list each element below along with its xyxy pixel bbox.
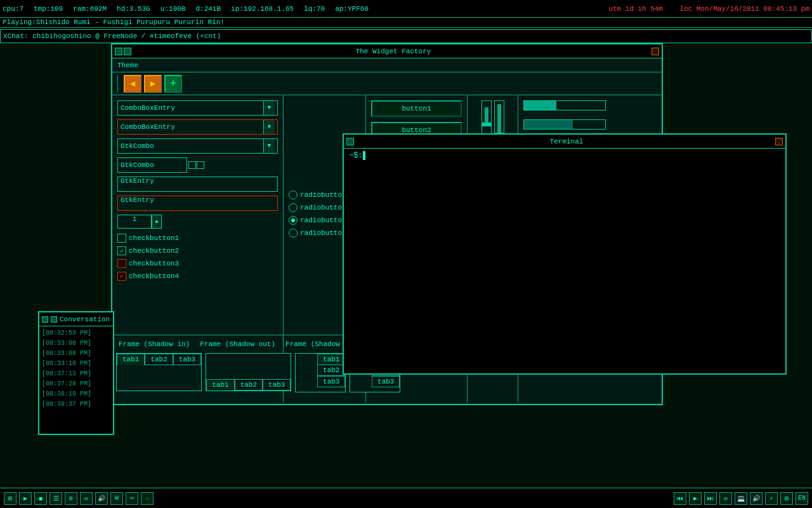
checkbox-1-box[interactable] — [117, 234, 126, 243]
tab-group-3-content — [296, 354, 317, 392]
checkbox-2-box[interactable]: ✓ — [117, 246, 126, 255]
taskbar-icon-9[interactable]: ⌨ — [126, 492, 138, 505]
tab3-header-2[interactable]: tab2 — [317, 364, 345, 376]
checkboxes-group: checkbutton1 ✓ checkbutton2 checkbutton3… — [117, 232, 278, 282]
terminal-controls — [346, 138, 354, 145]
checkbox-3-box[interactable] — [117, 259, 126, 268]
checkbox-4-box[interactable]: ✓ — [117, 272, 126, 281]
gtk-combo-2[interactable]: GtkCombo — [117, 157, 187, 173]
conv-line-2: [08:33:06 PM] — [42, 338, 110, 348]
window-maximize-btn[interactable] — [124, 48, 131, 55]
conv-wctrl-1[interactable] — [42, 316, 48, 323]
combo-box-entry-1[interactable]: ComboBoxEntry ▼ — [117, 100, 278, 116]
taskbar-icon-10[interactable]: ☆ — [141, 492, 154, 505]
combo-arrow-1[interactable]: ▼ — [263, 101, 275, 115]
radio-3-btn[interactable] — [289, 216, 298, 225]
back-button[interactable]: ◀ — [124, 75, 141, 93]
spinbox-up-btn[interactable]: ▲ — [152, 215, 162, 229]
tab-group-3-headers: tab1 tab2 tab3 — [317, 354, 345, 392]
top-bar-right: utm 1d 1h 54m loc Mon/May/16/2011 08:45:… — [608, 5, 809, 13]
conv-wctrl-2[interactable] — [51, 316, 57, 323]
gtk-combo-1[interactable]: GtkCombo ▼ — [117, 138, 278, 154]
checkbox-3: checkbutton3 — [117, 258, 278, 269]
window-close-btn[interactable] — [652, 48, 659, 55]
conv-line-6: [08:37:28 PM] — [42, 378, 110, 389]
spinbox-input[interactable]: 1 — [117, 215, 152, 229]
spinbox: 1 ▲ — [117, 215, 162, 229]
tab2-header-1[interactable]: tab1 — [206, 379, 234, 391]
toolbar-separator-left — [117, 75, 120, 93]
taskbar-icon-4[interactable]: ☰ — [49, 492, 62, 505]
radio-4-btn[interactable] — [289, 229, 298, 237]
terminal-titlebar: Terminal — [344, 135, 785, 149]
combo-check-1[interactable] — [188, 161, 196, 169]
upload-stat: u:100B — [160, 5, 186, 13]
top-bar-left: cpu:7 tmp:109 ram:692M hd:3.53G u:100B d… — [3, 5, 603, 13]
progress-bar-2 — [523, 119, 606, 130]
tab3-header-3[interactable]: tab3 — [317, 376, 345, 387]
taskbar-icon-2[interactable]: ▶ — [19, 492, 32, 505]
progress-bar-1-fill — [524, 101, 556, 110]
top-status-bar: cpu:7 tmp:109 ram:692M hd:3.53G u:100B d… — [0, 0, 812, 18]
tab1-header-3[interactable]: tab3 — [173, 354, 201, 365]
gtk-entry-1[interactable]: GtkEntry — [117, 177, 278, 192]
radio-2-btn[interactable] — [289, 203, 298, 212]
taskbar-icon-8[interactable]: W — [110, 492, 123, 505]
window-controls-left — [115, 48, 131, 55]
window-minimize-btn[interactable] — [115, 48, 122, 55]
terminal-minimize[interactable] — [346, 138, 354, 145]
taskbar-right-icon-9[interactable]: EN — [796, 492, 808, 505]
conv-line-1: [08:32:53 PM] — [42, 328, 110, 338]
terminal-close[interactable] — [775, 138, 783, 145]
taskbar-right-icon-1[interactable]: ⏮ — [674, 492, 686, 505]
progress-bar-1 — [523, 100, 606, 110]
tab-group-1-content — [117, 365, 201, 391]
tab4-header-3[interactable]: tab3 — [372, 376, 400, 387]
tab-group-2-headers: tab1 tab2 tab3 — [206, 379, 291, 391]
gtk-combo-row: GtkCombo — [117, 157, 278, 173]
combo-box-entry-2[interactable]: ComboBoxEntry ▼ — [117, 119, 278, 135]
taskbar-icon-3[interactable]: ◼ — [34, 492, 47, 505]
tab-group-3: tab1 tab2 tab3 — [295, 353, 346, 392]
forward-button[interactable]: ▶ — [144, 75, 162, 93]
tab3-header-1[interactable]: tab1 — [317, 354, 345, 364]
combo-arrow-2[interactable]: ▼ — [263, 120, 275, 134]
bottom-taskbar: ⊞ ▶ ◼ ☰ ⚙ ✉ 🔊 W ⌨ ☆ ⏮ ▶ ⏭ ✉ 💻 🔊 ⚡ ⊞ EN — [0, 488, 812, 508]
tab2-header-3[interactable]: tab3 — [263, 379, 291, 391]
taskbar-right-icon-2[interactable]: ▶ — [689, 492, 702, 505]
conv-line-3: [08:33:08 PM] — [42, 348, 110, 358]
taskbar-right-icon-4[interactable]: ✉ — [719, 492, 732, 505]
button1[interactable]: button1 — [371, 100, 462, 117]
gtk-combo-arrow-1[interactable]: ▼ — [263, 139, 275, 153]
taskbar-icon-1[interactable]: ⊞ — [4, 492, 16, 505]
ap-stat: ap:YPF60 — [335, 5, 369, 13]
taskbar-icon-7[interactable]: 🔊 — [95, 492, 108, 505]
gtk-entry-2[interactable]: GtkEntry — [117, 196, 278, 211]
ip-stat: ip:192.168.1.65 — [231, 5, 294, 13]
checkbox-2: ✓ checkbutton2 — [117, 245, 278, 257]
tab1-header-1[interactable]: tab1 — [117, 354, 145, 365]
taskbar-right-icon-6[interactable]: 🔊 — [750, 492, 763, 505]
tab2-header-2[interactable]: tab2 — [235, 379, 263, 391]
taskbar-right-icon-5[interactable]: 💻 — [735, 492, 747, 505]
taskbar-right-icon-3[interactable]: ⏭ — [704, 492, 717, 505]
tab1-header-2[interactable]: tab2 — [145, 354, 173, 365]
taskbar-right-icon-7[interactable]: ⚡ — [765, 492, 778, 505]
taskbar-icon-6[interactable]: ✉ — [80, 492, 93, 505]
second-status-bar: Playing:Shishido Rumi - Fushigi Purupuru… — [0, 18, 812, 28]
radio-1-btn[interactable] — [289, 190, 298, 199]
checkbox-4: ✓ checkbutton4 — [117, 271, 278, 282]
combo-check-2[interactable] — [197, 161, 204, 169]
frame-label-2: Frame (Shadow out) — [200, 340, 275, 348]
taskbar-right-icon-8[interactable]: ⊞ — [780, 492, 793, 505]
vscale-1-thumb[interactable] — [482, 123, 491, 126]
loc-stat: loc Mon/May/16/2011 08:45:13 pm — [679, 5, 809, 13]
add-button[interactable]: + — [164, 75, 182, 93]
taskbar-icon-5[interactable]: ⚙ — [65, 492, 77, 505]
conversation-content: [08:32:53 PM] [08:33:06 PM] [08:33:08 PM… — [39, 326, 113, 410]
download-stat: d:241B — [195, 5, 221, 13]
xchat-title-text: XChat: chibihogoshino @ FreeNode / #time… — [3, 32, 221, 40]
vscale-2-fill — [497, 104, 501, 136]
conv-line-7: [08:38:19 PM] — [42, 389, 110, 399]
widget-factory-titlebar: The Widget Factory — [112, 44, 662, 58]
